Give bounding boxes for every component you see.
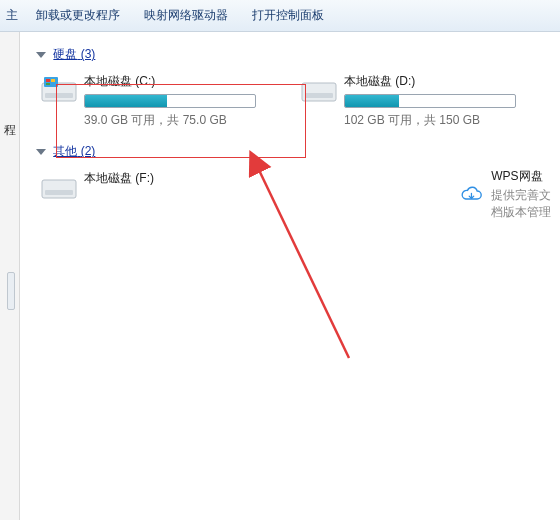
sidebar-cut-label: 程 [4,122,16,139]
svg-rect-3 [46,79,50,82]
toolbar-item-map-drive[interactable]: 映射网络驱动器 [132,7,240,24]
svg-rect-1 [45,93,73,98]
drive-d[interactable]: 本地磁盘 (D:) 102 GB 可用，共 150 GB [300,73,540,129]
toolbar-item-control-panel[interactable]: 打开控制面板 [240,7,336,24]
toolbar-partial-label: 主 [4,7,24,24]
group-header-hdd[interactable]: 硬盘 (3) [36,46,560,63]
drive-c-name: 本地磁盘 (C:) [84,73,280,90]
svg-rect-5 [51,79,55,82]
svg-rect-6 [302,83,336,101]
hard-drive-icon [300,73,338,107]
hard-drive-icon [40,73,78,107]
svg-rect-4 [46,83,50,85]
chevron-down-icon [36,52,46,58]
wps-cloud-item[interactable]: WPS网盘 提供完善文档版本管理 [460,168,560,221]
hard-drive-icon [40,170,78,204]
drive-f-name: 本地磁盘 (F:) [84,170,182,187]
svg-rect-8 [42,180,76,198]
toolbar: 主 卸载或更改程序 映射网络驱动器 打开控制面板 [0,0,560,32]
sidebar-resize-handle[interactable] [7,272,15,310]
svg-rect-9 [45,190,73,195]
wps-cloud-title: WPS网盘 [491,168,560,185]
cloud-icon [460,180,483,210]
drive-d-capacity: 102 GB 可用，共 150 GB [344,112,540,129]
drive-c-usage-bar [84,94,256,108]
wps-cloud-subtitle: 提供完善文档版本管理 [491,187,560,221]
nav-sidebar: 程 [0,32,20,520]
chevron-down-icon [36,149,46,155]
drive-c-capacity: 39.0 GB 可用，共 75.0 GB [84,112,280,129]
drive-d-usage-bar [344,94,516,108]
content-area: 硬盘 (3) 本地磁盘 (C:) 39.0 GB 可用， [20,32,560,520]
toolbar-item-uninstall[interactable]: 卸载或更改程序 [24,7,132,24]
group-header-other[interactable]: 其他 (2) [36,143,560,160]
svg-rect-7 [305,93,333,98]
drive-c[interactable]: 本地磁盘 (C:) 39.0 GB 可用，共 75.0 GB [40,73,280,129]
drive-f[interactable]: 本地磁盘 (F:) [40,170,182,204]
drive-d-name: 本地磁盘 (D:) [344,73,540,90]
